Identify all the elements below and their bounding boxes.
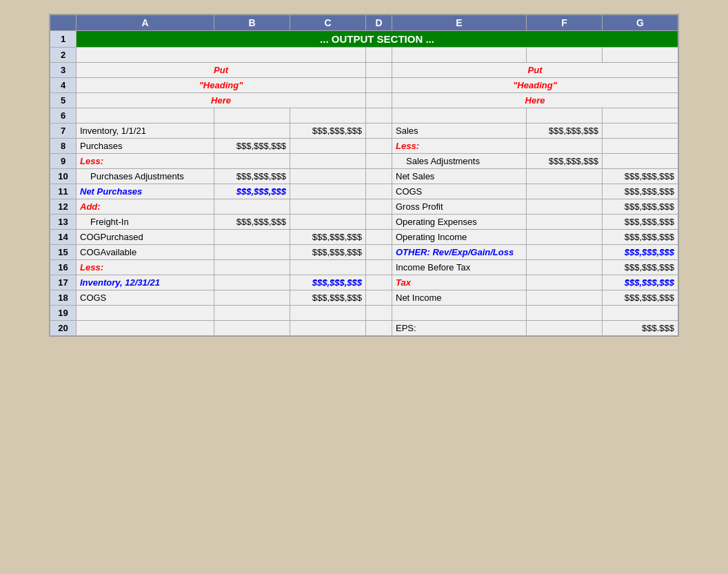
col-header-e: E [392, 15, 527, 31]
row13-e: Operating Expenses [392, 215, 527, 230]
row7-c: $$$,$$$,$$$ [290, 123, 366, 139]
row19-a [77, 306, 214, 321]
row4-right-heading: "Heading" [392, 78, 678, 93]
spreadsheet: A B C D E F G 1 ... OUTPUT SECTION ... 2 [49, 14, 679, 337]
row9-f: $$$,$$$,$$$ [527, 154, 603, 169]
row10-a: Purchases Adjustments [77, 169, 214, 184]
row9-a: Less: [77, 154, 214, 169]
row17-d [366, 275, 392, 290]
row4-d [366, 78, 392, 93]
row20-c [290, 321, 366, 336]
col-header-a: A [77, 15, 214, 31]
row14-f [527, 230, 603, 245]
row18-f [527, 290, 603, 306]
row-num-13: 13 [50, 215, 77, 230]
row11-a: Net Purchases [77, 184, 214, 199]
row-10: 10 Purchases Adjustments $$$,$$$,$$$ Net… [50, 169, 678, 184]
row9-c [290, 154, 366, 169]
row13-c [290, 215, 366, 230]
row-19: 19 [50, 306, 678, 321]
row12-d [366, 199, 392, 215]
row-2: 2 [50, 48, 678, 63]
row10-c [290, 169, 366, 184]
row-num-15: 15 [50, 245, 77, 260]
corner-cell [50, 15, 77, 31]
row7-a: Inventory, 1/1/21 [77, 123, 214, 139]
row18-a: COGS [77, 290, 214, 306]
row13-g: $$$,$$$,$$$ [603, 215, 678, 230]
row13-d [366, 215, 392, 230]
row-num-7: 7 [50, 123, 77, 139]
row16-g: $$$,$$$,$$$ [603, 260, 678, 275]
row-num-16: 16 [50, 260, 77, 275]
row7-b [214, 123, 290, 139]
row17-f [527, 275, 603, 290]
row6-e [392, 108, 527, 123]
row15-f [527, 245, 603, 260]
row16-b [214, 260, 290, 275]
row5-right-here: Here [392, 93, 678, 108]
row12-g: $$$,$$$,$$$ [603, 199, 678, 215]
row6-g [603, 108, 678, 123]
row-num-12: 12 [50, 199, 77, 215]
row15-b [214, 245, 290, 260]
row19-f [527, 306, 603, 321]
row10-f [527, 169, 603, 184]
row17-e: Tax [392, 275, 527, 290]
row10-g: $$$,$$$,$$$ [603, 169, 678, 184]
row14-a: COGPurchased [77, 230, 214, 245]
row18-c: $$$,$$$,$$$ [290, 290, 366, 306]
row12-c [290, 199, 366, 215]
row19-g [603, 306, 678, 321]
col-header-c: C [290, 15, 366, 31]
row12-a: Add: [77, 199, 214, 215]
row14-d [366, 230, 392, 245]
row6-b [214, 108, 290, 123]
row20-d [366, 321, 392, 336]
row-8: 8 Purchases $$$,$$$,$$$ Less: [50, 139, 678, 154]
row-num-18: 18 [50, 290, 77, 306]
row20-e: EPS: [392, 321, 527, 336]
row17-g: $$$,$$$,$$$ [603, 275, 678, 290]
row-13: 13 Freight-In $$$,$$$,$$$ Operating Expe… [50, 215, 678, 230]
row15-c: $$$,$$$,$$$ [290, 245, 366, 260]
row17-b [214, 275, 290, 290]
row-4: 4 "Heading" "Heading" [50, 78, 678, 93]
row-12: 12 Add: Gross Profit $$$,$$$,$$$ [50, 199, 678, 215]
row-num-2: 2 [50, 48, 77, 63]
row6-a [77, 108, 214, 123]
row-num-1: 1 [50, 31, 77, 48]
row19-b [214, 306, 290, 321]
row8-e: Less: [392, 139, 527, 154]
row10-e: Net Sales [392, 169, 527, 184]
row-18: 18 COGS $$$,$$$,$$$ Net Income $$$,$$$,$… [50, 290, 678, 306]
row-num-10: 10 [50, 169, 77, 184]
row-num-3: 3 [50, 63, 77, 78]
row-11: 11 Net Purchases $$$,$$$,$$$ COGS $$$,$$… [50, 184, 678, 199]
row12-f [527, 199, 603, 215]
row-3: 3 Put Put [50, 63, 678, 78]
row20-g: $$$.$$$ [603, 321, 678, 336]
col-header-d: D [366, 15, 392, 31]
row9-d [366, 154, 392, 169]
row3-left-put: Put [77, 63, 366, 78]
row11-f [527, 184, 603, 199]
row17-c: $$$,$$$,$$$ [290, 275, 366, 290]
row19-c [290, 306, 366, 321]
row13-b: $$$,$$$,$$$ [214, 215, 290, 230]
row8-c [290, 139, 366, 154]
row14-g: $$$,$$$,$$$ [603, 230, 678, 245]
row20-f [527, 321, 603, 336]
row-14: 14 COGPurchased $$$,$$$,$$$ Operating In… [50, 230, 678, 245]
row8-b: $$$,$$$,$$$ [214, 139, 290, 154]
row-num-9: 9 [50, 154, 77, 169]
row11-b: $$$,$$$,$$$ [214, 184, 290, 199]
output-section-banner: ... OUTPUT SECTION ... [77, 31, 678, 48]
row8-a: Purchases [77, 139, 214, 154]
row15-a: COGAvailable [77, 245, 214, 260]
row7-g [603, 123, 678, 139]
row3-right-put: Put [392, 63, 678, 78]
row8-d [366, 139, 392, 154]
row16-f [527, 260, 603, 275]
col-header-g: G [603, 15, 678, 31]
